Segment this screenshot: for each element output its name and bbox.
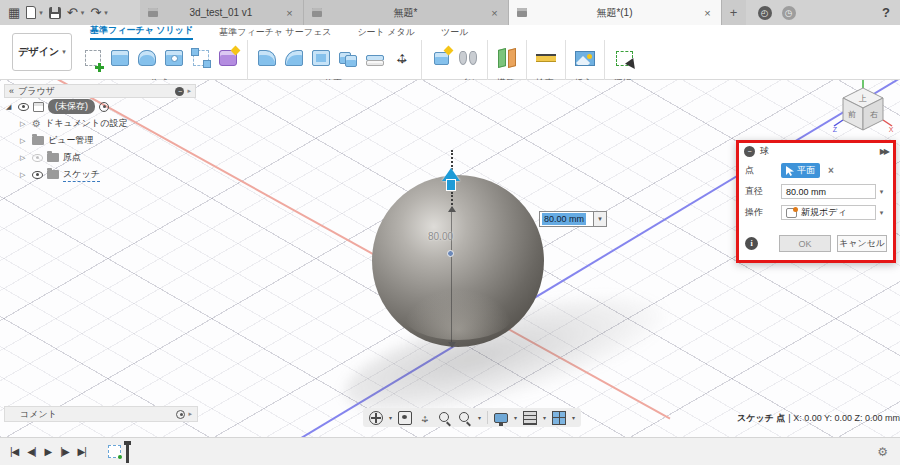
clear-selection-icon[interactable]: ×	[828, 165, 834, 176]
dialog-expand-icon[interactable]: ▶▶	[880, 147, 888, 156]
sphere-dialog-header[interactable]: − 球 ▶▶	[739, 143, 893, 160]
ok-button[interactable]: OK	[779, 235, 831, 252]
tab-close-icon[interactable]: ×	[284, 7, 294, 19]
dialog-minus-icon[interactable]: −	[744, 146, 755, 157]
expander-icon[interactable]: ▷	[20, 137, 28, 145]
comments-target-icon[interactable]	[176, 410, 185, 419]
fillet-icon[interactable]	[282, 45, 306, 71]
zoom-window-caret-icon[interactable]: ▾	[478, 414, 481, 421]
look-at-icon[interactable]	[398, 411, 412, 425]
app-grid-icon[interactable]: ▦	[8, 6, 20, 19]
joint-icon[interactable]	[456, 45, 480, 71]
extrude-icon[interactable]	[108, 45, 132, 71]
comments-chevron-icon[interactable]: ▸	[188, 410, 192, 418]
browser-item-sketches[interactable]: ▷ スケッチ	[6, 166, 127, 183]
viewports-caret-icon[interactable]: ▾	[572, 414, 575, 421]
visibility-eye-off-icon[interactable]	[32, 154, 43, 162]
go-to-start-icon[interactable]: |◀	[10, 446, 18, 457]
ribbon-tab-sheetmetal[interactable]: シート メタル	[357, 26, 415, 39]
go-to-end-icon[interactable]: ▶|	[78, 446, 86, 457]
modeling-canvas[interactable]: 80.00 80.00 mm ▾ 上 前 右 X Z « ブラウザ − ▸	[0, 80, 900, 437]
orbit-icon[interactable]	[369, 411, 383, 425]
expander-icon[interactable]: ▷	[20, 120, 28, 128]
browser-minus-icon[interactable]: −	[175, 87, 184, 96]
timeline-position-marker[interactable]	[126, 441, 129, 463]
expander-icon[interactable]: ▷	[20, 154, 28, 162]
grid-settings-icon[interactable]	[523, 411, 537, 425]
cancel-button[interactable]: キャンセル	[837, 235, 887, 252]
tab-close-icon[interactable]: ×	[702, 7, 712, 19]
expander-open-icon[interactable]: ◢	[6, 103, 14, 111]
redo-caret-icon[interactable]: ▾	[104, 9, 108, 17]
undo-caret-icon[interactable]: ▾	[81, 9, 85, 17]
browser-panel-header[interactable]: « ブラウザ − ▸	[4, 84, 196, 98]
notification-clock-icon[interactable]: ◷	[782, 6, 796, 20]
press-pull-icon[interactable]	[255, 45, 279, 71]
measure-icon[interactable]	[534, 45, 558, 71]
browser-item-document-settings[interactable]: ▷ ⚙ ドキュメントの設定	[6, 115, 127, 132]
create-sketch-icon[interactable]	[81, 45, 105, 71]
redo-icon[interactable]: ↷	[90, 6, 101, 19]
manipulator-arrow-stem[interactable]	[447, 180, 455, 190]
zoom-icon[interactable]	[438, 411, 452, 425]
display-settings-icon[interactable]	[494, 413, 508, 423]
document-tab-1[interactable]: 3d_test_01 v1 ×	[140, 0, 304, 25]
hole-icon[interactable]	[162, 45, 186, 71]
browser-root-row[interactable]: ◢ (未保存)	[6, 98, 127, 115]
diameter-input[interactable]: 80.00 mm	[781, 184, 876, 199]
job-status-icon[interactable]: ◴	[758, 6, 772, 20]
new-component-icon[interactable]	[429, 45, 453, 71]
file-menu-icon[interactable]	[26, 6, 36, 19]
shell-icon[interactable]	[309, 45, 333, 71]
sphere-body[interactable]	[372, 175, 544, 347]
view-cube[interactable]: 上 前 右 X Z	[831, 80, 895, 142]
operation-dropdown-icon[interactable]: ▾	[876, 205, 887, 220]
ribbon-tab-solid[interactable]: 基準フィーチャ ソリッド	[90, 24, 193, 40]
comments-bar[interactable]: コメント ▸	[4, 406, 198, 422]
offset-face-icon[interactable]	[363, 45, 387, 71]
zoom-window-icon[interactable]	[458, 411, 472, 425]
visibility-eye-icon[interactable]	[18, 103, 29, 111]
save-icon[interactable]	[49, 7, 61, 19]
sphere-center-point[interactable]	[447, 250, 454, 257]
info-icon[interactable]: i	[745, 237, 758, 250]
dimension-dropdown-icon[interactable]: ▾	[594, 211, 607, 227]
workspace-selector[interactable]: デザイン ▾	[12, 33, 72, 71]
operation-select[interactable]: 新規ボディ	[781, 205, 876, 220]
grid-caret-icon[interactable]: ▾	[543, 414, 546, 421]
tab-close-icon[interactable]: ×	[489, 7, 499, 19]
ribbon-tab-surface[interactable]: 基準フィーチャ サーフェス	[219, 26, 331, 39]
document-tab-2[interactable]: 無題* ×	[304, 0, 509, 25]
create-form-icon[interactable]	[216, 45, 240, 71]
play-icon[interactable]: ▶	[45, 446, 52, 457]
dimension-value-field[interactable]: 80.00 mm	[539, 211, 594, 227]
undo-icon[interactable]: ↶	[67, 6, 78, 19]
visibility-eye-icon[interactable]	[32, 171, 43, 179]
step-back-icon[interactable]: ◀|	[27, 446, 35, 457]
file-caret-icon[interactable]: ▾	[39, 9, 43, 17]
expander-icon[interactable]: ▷	[20, 171, 28, 179]
ribbon-tab-tools[interactable]: ツール	[441, 26, 468, 39]
browser-item-view-management[interactable]: ▷ ビュー管理	[6, 132, 127, 149]
point-selection-chip[interactable]: 平面	[781, 163, 820, 178]
select-icon[interactable]	[612, 45, 636, 71]
browser-collapse-icon[interactable]: «	[9, 86, 14, 96]
diameter-dropdown-icon[interactable]: ▾	[876, 184, 887, 199]
pipe-icon[interactable]	[189, 45, 213, 71]
combine-icon[interactable]	[336, 45, 360, 71]
insert-image-icon[interactable]	[573, 45, 597, 71]
new-tab-button[interactable]: +	[722, 0, 746, 25]
viewports-icon[interactable]	[552, 411, 566, 425]
step-forward-icon[interactable]: |▶	[60, 446, 68, 457]
document-tab-3-active[interactable]: 無題*(1) ×	[509, 0, 722, 25]
sketch-feature-icon[interactable]	[108, 445, 121, 458]
construction-plane-icon[interactable]	[495, 45, 519, 71]
browser-item-origin[interactable]: ▷ 原点	[6, 149, 127, 166]
timeline-gear-icon[interactable]: ⚙	[877, 445, 888, 459]
orbit-caret-icon[interactable]: ▾	[389, 414, 392, 421]
active-component-radio-icon[interactable]	[99, 102, 109, 112]
display-caret-icon[interactable]: ▾	[514, 414, 517, 421]
browser-chevron-icon[interactable]: ▸	[187, 87, 191, 95]
move-copy-icon[interactable]: ↔↕	[390, 45, 414, 71]
pan-icon[interactable]: ↔↕	[418, 411, 432, 425]
